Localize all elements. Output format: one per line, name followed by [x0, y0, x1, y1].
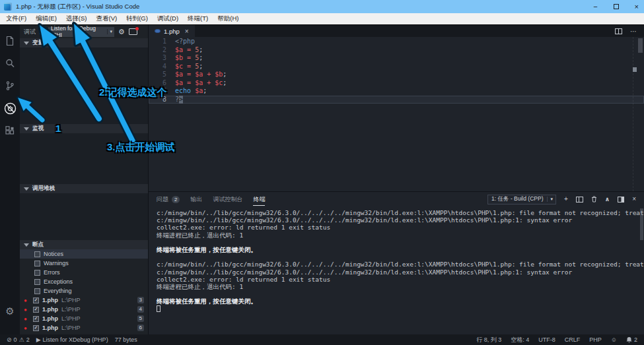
collapse-arrow-icon — [24, 127, 29, 131]
line-number: 5 — [149, 71, 175, 79]
start-debug-button[interactable]: ▶ — [40, 28, 44, 35]
terminal-output: c:/mingw/bin/../lib/gcc/mingw32/6.3.0/..… — [157, 209, 644, 313]
breakpoint-option-notices[interactable]: Notices — [20, 249, 148, 259]
checkbox-checked-icon[interactable]: ✓ — [33, 325, 39, 331]
breakpoint-option-label: Warnings — [44, 260, 69, 267]
breakpoint-option-errors[interactable]: Errors — [20, 268, 148, 277]
status-item-0[interactable]: 行 8, 列 3 — [476, 336, 501, 344]
explorer-icon[interactable] — [3, 34, 17, 47]
close-window-button[interactable]: × — [635, 3, 639, 11]
code-line-6: 6$a = $a + $c; — [149, 79, 644, 88]
notifications-bell[interactable]: 2 — [626, 336, 637, 343]
line-number: 2 — [149, 46, 175, 55]
section-watch[interactable]: 监视 — [20, 124, 148, 133]
split-editor-icon[interactable] — [615, 28, 622, 34]
code-editor[interactable]: 1<?php2$a = 5;3$b = 5;4$c = 5;5$a = $a +… — [149, 37, 644, 191]
new-terminal-icon[interactable]: + — [564, 196, 568, 203]
menu-item-6[interactable]: 终端(T) — [183, 15, 213, 23]
menu-item-5[interactable]: 调试(D) — [153, 15, 183, 23]
code-line-4: 4$c = 5; — [149, 63, 644, 71]
breakpoint-option-everything[interactable]: Everything — [20, 286, 148, 296]
bell-icon — [626, 336, 632, 343]
menu-item-2[interactable]: 选择(S) — [61, 15, 92, 23]
maximize-panel-chevron-icon[interactable]: ∧ — [605, 197, 610, 203]
problems-status[interactable]: ⊘ 0 ⚠ 2 — [7, 336, 30, 343]
extensions-icon[interactable] — [3, 124, 17, 137]
menu-item-0[interactable]: 文件(F) — [1, 15, 31, 23]
code-token: $b — [175, 54, 183, 63]
toggle-panel-layout-icon[interactable] — [618, 197, 624, 203]
section-label: 断点 — [32, 241, 44, 249]
terminal-line: 终端进程已终止，退出代码: 1 — [157, 283, 644, 290]
status-bar: ⊘ 0 ⚠ 2 ▶ Listen for XDebug (PHP) 77 byt… — [0, 334, 644, 345]
terminal-line: c:/mingw/bin/../lib/gcc/mingw32/6.3.0/..… — [157, 261, 644, 268]
editor-scrollbar[interactable] — [638, 38, 643, 53]
panel-tab-终端[interactable]: 终端 — [253, 193, 265, 206]
close-tab-icon[interactable]: × — [185, 28, 189, 35]
breakpoint-row-line-6[interactable]: ●✓1.phpL:\PHP6 — [20, 323, 148, 332]
checkbox-checked-icon[interactable]: ✓ — [33, 316, 39, 322]
feedback-smiley-icon[interactable]: ☺ — [611, 336, 617, 343]
more-actions-icon[interactable]: ⋯ — [630, 28, 637, 35]
debug-icon[interactable] — [3, 102, 17, 115]
debug-config-dropdown[interactable]: Listen for XDebug (PHI ▾ — [48, 27, 114, 37]
debug-status[interactable]: ▶ Listen for XDebug (PHP) — [36, 336, 108, 343]
code-line-1: 1<?php — [149, 38, 644, 46]
panel-scrollbar[interactable] — [640, 208, 643, 240]
panel-tab-问题[interactable]: 问题2 — [157, 193, 180, 206]
checkbox-icon[interactable] — [34, 279, 40, 285]
menu-item-4[interactable]: 转到(G) — [122, 15, 153, 23]
terminal-line: 终端将被任务重用，按任意键关闭。 — [157, 246, 644, 253]
section-variables[interactable]: 变量 — [20, 38, 148, 47]
main-area: ⚙ 调试 ▶ Listen for XDebug (PHI ▾ ⚙ 变量 监视 … — [0, 25, 644, 334]
breakpoint-row-line-3[interactable]: ●✓1.phpL:\PHP3 — [20, 296, 148, 305]
status-item-2[interactable]: UTF-8 — [538, 336, 555, 343]
breakpoint-row-line-4[interactable]: ●✓1.phpL:\PHP4 — [20, 305, 148, 314]
line-number: 4 — [149, 63, 175, 71]
panel-tab-label: 终端 — [253, 195, 265, 204]
breakpoint-option-warnings[interactable]: Warnings — [20, 259, 148, 268]
debug-console-icon[interactable] — [129, 28, 137, 35]
checkbox-checked-icon[interactable]: ✓ — [33, 307, 39, 313]
tab-1php[interactable]: 1.php × — [149, 25, 195, 37]
checkbox-icon[interactable] — [34, 270, 40, 276]
search-icon[interactable] — [3, 57, 17, 70]
terminal-line — [157, 305, 644, 312]
source-control-icon[interactable] — [3, 79, 17, 92]
menu-item-3[interactable]: 查看(V) — [91, 15, 122, 23]
minimize-button[interactable]: − — [593, 3, 597, 11]
restore-button[interactable] — [614, 4, 619, 9]
menu-item-1[interactable]: 编辑(E) — [31, 15, 61, 23]
manage-gear-icon[interactable]: ⚙ — [5, 305, 14, 317]
close-panel-icon[interactable]: × — [632, 196, 636, 203]
terminal-selector-dropdown[interactable]: 1: 任务 - Build (CPP) ▾ — [487, 195, 556, 204]
configure-gear-icon[interactable]: ⚙ — [118, 28, 125, 36]
breakpoint-file-name: 1.php — [42, 325, 58, 331]
vscode-logo-icon — [4, 3, 12, 11]
status-item-1[interactable]: 空格: 4 — [511, 336, 529, 344]
terminal[interactable]: c:/mingw/bin/../lib/gcc/mingw32/6.3.0/..… — [149, 206, 644, 334]
status-item-3[interactable]: CRLF — [565, 336, 581, 343]
panel-tab-输出[interactable]: 输出 — [190, 193, 202, 206]
breakpoint-row-line-5[interactable]: ●✓1.phpL:\PHP5 — [20, 314, 148, 323]
breakpoint-option-exceptions[interactable]: Exceptions — [20, 277, 148, 286]
breakpoint-dot-icon: ● — [24, 298, 30, 303]
debug-sidebar: 调试 ▶ Listen for XDebug (PHI ▾ ⚙ 变量 监视 调用… — [20, 25, 149, 334]
title-bar: 1.php - 无标题 (工作区) - Visual Studio Code −… — [0, 0, 644, 13]
checkbox-icon[interactable] — [34, 251, 40, 257]
line-number: 7 — [149, 87, 175, 96]
panel-tab-调试控制台[interactable]: 调试控制台 — [213, 193, 242, 206]
checkbox-icon[interactable] — [34, 288, 40, 294]
section-breakpoints[interactable]: 断点 — [20, 240, 148, 249]
kill-terminal-trash-icon[interactable] — [591, 196, 597, 203]
checkbox-checked-icon[interactable]: ✓ — [33, 298, 39, 303]
terminal-line: 终端进程已终止，退出代码: 1 — [157, 232, 644, 239]
status-item-4[interactable]: PHP — [589, 336, 602, 343]
checkbox-icon[interactable] — [34, 261, 40, 267]
section-label: 变量 — [32, 39, 44, 47]
terminal-line — [157, 239, 644, 246]
split-terminal-icon[interactable] — [576, 197, 583, 203]
section-callstack[interactable]: 调用堆栈 — [20, 184, 148, 193]
menu-item-7[interactable]: 帮助(H) — [213, 15, 243, 23]
code-token: ; — [199, 63, 203, 71]
